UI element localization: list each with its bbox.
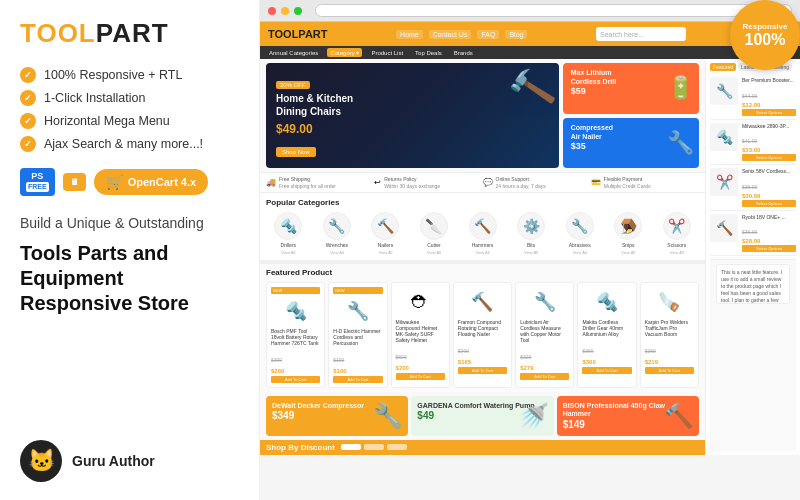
cat-category[interactable]: Category ▾: [327, 48, 362, 57]
product-img-4: 🔨: [458, 287, 507, 317]
review-card: This is a neat little feature. I use it …: [716, 264, 790, 304]
right-product-price-2: $33.00: [742, 147, 796, 153]
info-payment: 💳 Flexible PaymentMultiple Credit Cards: [591, 176, 699, 189]
hero-shop-now-btn[interactable]: Shop Now: [276, 147, 316, 157]
hammers-icon: 🔨: [469, 212, 497, 240]
cat-all[interactable]: Annual Categories: [266, 49, 321, 57]
promo-card-3[interactable]: BISON Professional 450g Claw Hammer $149…: [557, 396, 699, 436]
right-product-btn-4[interactable]: Select Options: [742, 245, 796, 252]
dot-red[interactable]: [268, 7, 276, 15]
hero-discount-badge: 20% OFF: [276, 81, 310, 89]
right-product-btn-1[interactable]: Select Options: [742, 109, 796, 116]
features-list: 100% Responsive + RTL 1-Click Installati…: [20, 67, 239, 152]
abrasives-icon: 🔧: [566, 212, 594, 240]
returns-icon: ↩: [374, 178, 381, 187]
product-btn-1[interactable]: Add To Cart: [271, 376, 320, 383]
product-btn-2[interactable]: Add To Cart: [333, 376, 382, 383]
hero-side-card-2[interactable]: CompressedAir Nailer $35 🔧: [563, 118, 699, 169]
store-nav-faq[interactable]: FAQ: [477, 30, 499, 39]
cat-brands[interactable]: Brands: [451, 49, 476, 57]
product-name-3: Milwaukee Compound Helmet MK-Safety SURF…: [396, 319, 445, 343]
promo-card-1[interactable]: DeWalt Decker Compressor $349 🔧: [266, 396, 408, 436]
right-product-4[interactable]: 🔨 Ryobi 18V ONE+ ... $36.00 $28.99 Selec…: [710, 214, 796, 257]
cat-scissors[interactable]: ✂️ Scissors View All: [655, 212, 700, 255]
product-name-6: Makita Cordless Driller Gear 40mm Allumi…: [582, 319, 631, 337]
cat-drillers[interactable]: 🔩 Drillers View All: [266, 212, 311, 255]
browser-bar: [260, 0, 800, 22]
cat-cutter[interactable]: 🔪 Cutter View All: [412, 212, 457, 255]
right-product-btn-3[interactable]: Select Options: [742, 200, 796, 207]
product-card-6[interactable]: 🔩 Makita Cordless Driller Gear 40mm Allu…: [577, 282, 636, 388]
cat-top-deals[interactable]: Top Deals: [412, 49, 445, 57]
right-product-3[interactable]: ✂️ Senix 58V Cordless... $38.00 $30.99 S…: [710, 168, 796, 211]
main-container: TOOLPART 100% Responsive + RTL 1-Click I…: [0, 0, 800, 500]
right-product-img-2: 🔩: [710, 123, 738, 151]
store-header: TOOLPART Home Contact Us FAQ Blog Search…: [260, 22, 800, 46]
responsive-badge: Responsive 100%: [730, 0, 800, 70]
cat-abrasives[interactable]: 🔧 Abrasives View All: [557, 212, 602, 255]
right-product-2[interactable]: 🔩 Milwaukee 2890-3P... $41.00 $33.00 Sel…: [710, 123, 796, 166]
cat-snips[interactable]: 🪤 Snips View All: [606, 212, 651, 255]
product-old-price-1: $300: [271, 357, 282, 363]
product-name-1: Bosch PMF Tool 18volt Battery Rotary Ham…: [271, 328, 320, 346]
product-price-1: $260: [271, 368, 320, 374]
product-price-5: $279: [520, 365, 569, 371]
product-btn-6[interactable]: Add To Cart: [582, 367, 631, 374]
snips-icon: 🪤: [614, 212, 642, 240]
store-nav: Home Contact Us FAQ Blog: [396, 30, 527, 39]
check-icon-1: [20, 67, 36, 83]
right-product-old-2: $41.00: [742, 138, 757, 144]
store-nav-home[interactable]: Home: [396, 30, 423, 39]
browser-url[interactable]: [315, 4, 792, 17]
cat-wrenches[interactable]: 🔧 Wrenches View All: [315, 212, 360, 255]
product-btn-3[interactable]: Add To Cart: [396, 373, 445, 380]
dot-green[interactable]: [294, 7, 302, 15]
dot-yellow[interactable]: [281, 7, 289, 15]
product-card-1[interactable]: NEW 🔩 Bosch PMF Tool 18volt Battery Rota…: [266, 282, 325, 388]
cat-hammers[interactable]: 🔨 Hammers View All: [460, 212, 505, 255]
category-nav: Annual Categories Category ▾ Product Lis…: [260, 46, 800, 59]
cat-nailers[interactable]: 🔨 Nailers View All: [363, 212, 408, 255]
badge-opencart[interactable]: 🛒 OpenCart 4.x: [94, 169, 208, 195]
right-product-price-1: $32.99: [742, 102, 796, 108]
promo-card-2[interactable]: GARDENA Comfort Watering Pump $49 🚿: [411, 396, 553, 436]
badge-monitor: 🖥: [63, 173, 86, 191]
discount-slider-3[interactable]: [387, 444, 407, 450]
drill-icon: 🔋: [667, 75, 694, 101]
info-bar: 🚚 Free ShippingFree shipping for all ord…: [260, 172, 705, 193]
logo-part: PART: [96, 18, 169, 48]
cat-product[interactable]: Product List: [368, 49, 406, 57]
product-price-4: $165: [458, 359, 507, 365]
discount-slider-2[interactable]: [364, 444, 384, 450]
info-shipping-text: Free ShippingFree shipping for all order: [279, 176, 336, 189]
store-nav-contact[interactable]: Contact Us: [429, 30, 472, 39]
store-nav-blog[interactable]: Blog: [505, 30, 527, 39]
product-btn-4[interactable]: Add To Cart: [458, 367, 507, 374]
check-icon-3: [20, 113, 36, 129]
store-search-bar[interactable]: Search here...: [596, 27, 686, 41]
right-product-btn-2[interactable]: Select Options: [742, 154, 796, 161]
product-card-4[interactable]: 🔨 Framon Compound Rotating Compact Float…: [453, 282, 512, 388]
support-icon: 💬: [483, 178, 493, 187]
logo-tool: TOOL: [20, 18, 96, 48]
right-product-old-1: $44.00: [742, 93, 757, 99]
product-old-price-2: $190: [333, 357, 344, 363]
product-img-6: 🔩: [582, 287, 631, 317]
right-product-1[interactable]: 🔧 Ber Premium Booster... $44.00 $32.99 S…: [710, 77, 796, 120]
product-card-2[interactable]: NEW 🔧 H-D Electric Hammer Cordless and P…: [328, 282, 387, 388]
product-card-7[interactable]: 🪚 Karpin Pro Welders TrafficJam Pro Vacu…: [640, 282, 699, 388]
store-logo: TOOLPART: [268, 28, 328, 40]
cat-bits[interactable]: ⚙️ Bits View All: [509, 212, 554, 255]
product-btn-7[interactable]: Add To Cart: [645, 367, 694, 374]
cutter-icon: 🔪: [420, 212, 448, 240]
right-product-old-3: $38.00: [742, 184, 757, 190]
product-card-3[interactable]: ⛑ Milwaukee Compound Helmet MK-Safety SU…: [391, 282, 450, 388]
hero-side-card-1[interactable]: Max LithiumCordless Drill $59 🔋: [563, 63, 699, 114]
discount-slider-1[interactable]: [341, 444, 361, 450]
product-card-5[interactable]: 🔧 Lubriclant Air Cordless Measure with C…: [515, 282, 574, 388]
info-free-shipping: 🚚 Free ShippingFree shipping for all ord…: [266, 176, 374, 189]
new-badge-2: NEW: [333, 287, 382, 294]
product-btn-5[interactable]: Add To Cart: [520, 373, 569, 380]
tab-featured[interactable]: Featured: [710, 63, 736, 71]
hero-price: $49.00: [276, 122, 549, 136]
